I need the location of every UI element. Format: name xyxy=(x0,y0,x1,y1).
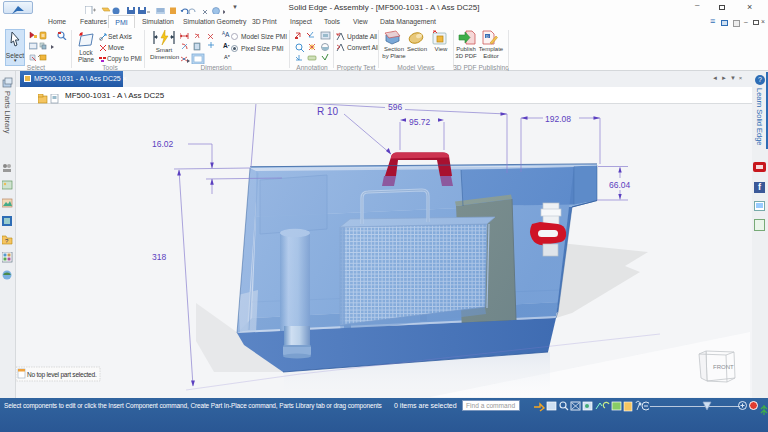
svg-text:192.08: 192.08 xyxy=(545,114,571,124)
svg-text:No top level part selected.: No top level part selected. xyxy=(27,371,97,379)
svg-text:66.04: 66.04 xyxy=(609,180,631,190)
svg-text:95.72: 95.72 xyxy=(409,117,431,127)
svg-text:FRONT: FRONT xyxy=(713,364,734,370)
svg-text:16.02: 16.02 xyxy=(152,139,174,149)
svg-text:R 10: R 10 xyxy=(317,106,339,117)
svg-text:318: 318 xyxy=(152,252,166,262)
